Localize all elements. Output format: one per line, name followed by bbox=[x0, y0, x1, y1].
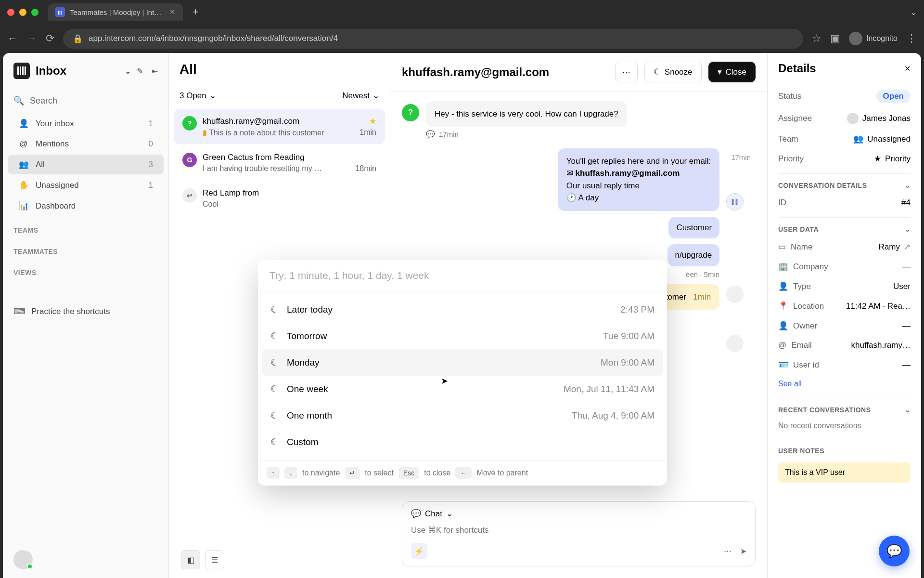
conv-list-title: All bbox=[180, 62, 379, 77]
shortcuts-button[interactable]: ⚡ bbox=[411, 543, 427, 559]
nav-your-inbox[interactable]: 👤Your inbox1 bbox=[8, 114, 164, 133]
more-icon[interactable]: ⋯ bbox=[724, 547, 732, 556]
snooze-input[interactable] bbox=[258, 260, 667, 291]
snooze-footer: ↑ ↓ to navigate ↵ to select Esc to close… bbox=[258, 460, 667, 486]
browser-tab[interactable]: ⫿⫿ Teammates | Moodjoy | Intercom ✕ bbox=[48, 3, 183, 21]
inbox-title[interactable]: Inbox bbox=[36, 64, 119, 78]
chart-icon: 📊 bbox=[18, 201, 29, 211]
hand-icon: ✋ bbox=[18, 180, 29, 190]
sidebar-header: Inbox ⌄ ✎ ⇤ bbox=[3, 63, 168, 89]
snooze-label: Custom bbox=[287, 437, 648, 447]
lock-icon: 🔒 bbox=[73, 34, 83, 44]
section-views[interactable]: VIEWS bbox=[3, 259, 168, 280]
bookmark-icon[interactable]: ☆ bbox=[812, 32, 821, 45]
close-button[interactable]: ▾ Close bbox=[708, 62, 756, 82]
url-text: app.intercom.com/a/inbox/nnsgmgob/inbox/… bbox=[89, 34, 338, 43]
menu-icon[interactable]: ⋮ bbox=[906, 32, 917, 45]
value-team[interactable]: 👥Unassigned bbox=[853, 134, 911, 144]
key-enter: ↵ bbox=[345, 467, 360, 479]
conv-from: Red Lamp from bbox=[203, 188, 259, 198]
forward-button[interactable]: → bbox=[26, 32, 37, 45]
nav-mentions[interactable]: @Mentions0 bbox=[8, 134, 164, 154]
chevron-down-icon: ⌄ bbox=[905, 182, 911, 189]
moon-icon: ☾ bbox=[654, 67, 661, 77]
external-link-icon[interactable]: ↗ bbox=[904, 242, 911, 252]
new-tab-button[interactable]: + bbox=[192, 6, 199, 18]
app-root: Inbox ⌄ ✎ ⇤ 🔍 Search 👤Your inbox1@Mentio… bbox=[3, 53, 921, 578]
label-id: ID bbox=[778, 198, 786, 208]
section-user-data[interactable]: USER DATA⌄ bbox=[778, 217, 911, 237]
chevron-down-icon[interactable]: ⌄ bbox=[125, 66, 131, 76]
snooze-time: Tue 9:00 AM bbox=[603, 331, 654, 342]
value-name[interactable]: Ramy↗ bbox=[879, 242, 911, 252]
conv-time: 18min bbox=[355, 164, 376, 173]
snooze-label: One month bbox=[287, 410, 565, 421]
extension-icon[interactable]: ▣ bbox=[830, 32, 840, 45]
section-recent[interactable]: RECENT CONVERSATIONS⌄ bbox=[778, 398, 911, 418]
maximize-window[interactable] bbox=[31, 9, 38, 16]
close-details-icon[interactable]: ✕ bbox=[904, 64, 911, 73]
see-all-link[interactable]: See all bbox=[778, 375, 911, 393]
back-button[interactable]: ← bbox=[7, 32, 18, 45]
snooze-option-tomorrow[interactable]: ☾TomorrowTue 9:00 AM bbox=[262, 323, 663, 349]
collapse-icon[interactable]: ⇤ bbox=[152, 66, 158, 76]
agent-avatar bbox=[726, 335, 744, 352]
user-icon: 👤 bbox=[18, 118, 29, 129]
view-layout-list[interactable]: ☰ bbox=[205, 550, 224, 569]
filter-open[interactable]: 3 Open ⌄ bbox=[180, 91, 216, 101]
conversation-item[interactable]: G Green Cactus from Reading I am having … bbox=[174, 146, 385, 180]
value-assignee[interactable]: James Jonas bbox=[847, 113, 911, 124]
snooze-option-monday[interactable]: ☾MondayMon 9:00 AM bbox=[262, 349, 663, 376]
tab-close-icon[interactable]: ✕ bbox=[169, 8, 176, 16]
chevron-down-icon: ⌄ bbox=[372, 91, 379, 101]
moon-icon: ☾ bbox=[270, 436, 280, 447]
more-actions-button[interactable]: ⋯ bbox=[615, 62, 638, 82]
address-bar[interactable]: 🔒 app.intercom.com/a/inbox/nnsgmgob/inbo… bbox=[63, 29, 803, 49]
nav-count: 1 bbox=[149, 181, 153, 190]
send-button[interactable]: ➤ bbox=[740, 547, 746, 556]
reload-button[interactable]: ⟳ bbox=[46, 32, 54, 45]
conv-avatar: ↩ bbox=[182, 188, 197, 203]
conversation-item[interactable]: ? khuffash.ramy@gmail.com★ ▮ This is a n… bbox=[174, 109, 385, 144]
snooze-option-one-week[interactable]: ☾One weekMon, Jul 11, 11:43 AM bbox=[262, 376, 663, 402]
compose-icon[interactable]: ✎ bbox=[137, 66, 143, 76]
app-logo[interactable] bbox=[13, 63, 30, 79]
value-company: — bbox=[902, 262, 911, 272]
snooze-popover: ☾Later today2:43 PM☾TomorrowTue 9:00 AM☾… bbox=[258, 260, 667, 486]
user-menu[interactable] bbox=[13, 550, 33, 569]
search-button[interactable]: 🔍 Search bbox=[3, 89, 168, 113]
snooze-option-later-today[interactable]: ☾Later today2:43 PM bbox=[262, 296, 663, 323]
section-teams[interactable]: TEAMS bbox=[3, 217, 168, 238]
building-icon: 🏢 bbox=[778, 262, 788, 272]
section-conversation-details[interactable]: CONVERSATION DETAILS⌄ bbox=[778, 173, 911, 193]
section-teammates[interactable]: TEAMMATES bbox=[3, 238, 168, 259]
people-icon: 👥 bbox=[18, 159, 29, 170]
section-notes[interactable]: USER NOTES bbox=[778, 439, 911, 459]
value-priority[interactable]: ★Priority bbox=[874, 154, 911, 164]
tab-overflow-icon[interactable]: ⌄ bbox=[911, 8, 917, 17]
practice-shortcuts[interactable]: ⌨ Practice the shortcuts bbox=[3, 300, 168, 323]
conv-avatar: ? bbox=[182, 116, 197, 131]
snooze-button[interactable]: ☾ Snooze bbox=[644, 62, 702, 82]
conversation-item[interactable]: ↩ Red Lamp from Cool bbox=[174, 182, 385, 215]
status-badge[interactable]: Open bbox=[876, 90, 911, 103]
nav-dashboard[interactable]: 📊Dashboard bbox=[8, 196, 164, 216]
composer: 💬 Chat ⌄ ⚡ ⋯ ➤ bbox=[402, 501, 756, 566]
snooze-option-one-month[interactable]: ☾One monthThu, Aug 4, 9:00 AM bbox=[262, 402, 663, 429]
chat-icon: 💬 bbox=[886, 544, 902, 559]
minimize-window[interactable] bbox=[19, 9, 26, 16]
close-window[interactable] bbox=[7, 9, 14, 16]
filter-sort[interactable]: Newest ⌄ bbox=[342, 91, 379, 101]
nav-unassigned[interactable]: ✋Unassigned1 bbox=[8, 175, 164, 195]
moon-icon: ☾ bbox=[270, 330, 280, 342]
snooze-option-custom[interactable]: ☾Custom bbox=[262, 429, 663, 455]
conv-preview: Cool bbox=[203, 200, 218, 209]
chat-icon: 💬 bbox=[426, 130, 435, 139]
view-layout-split[interactable]: ◧ bbox=[181, 550, 200, 569]
nav-all[interactable]: 👥All3 bbox=[8, 155, 164, 174]
composer-mode[interactable]: 💬 Chat ⌄ bbox=[411, 509, 746, 519]
intercom-launcher[interactable]: 💬 bbox=[879, 536, 910, 566]
star-icon: ★ bbox=[874, 154, 881, 164]
composer-input[interactable] bbox=[411, 523, 746, 538]
chevron-down-icon: ⌄ bbox=[209, 91, 216, 101]
